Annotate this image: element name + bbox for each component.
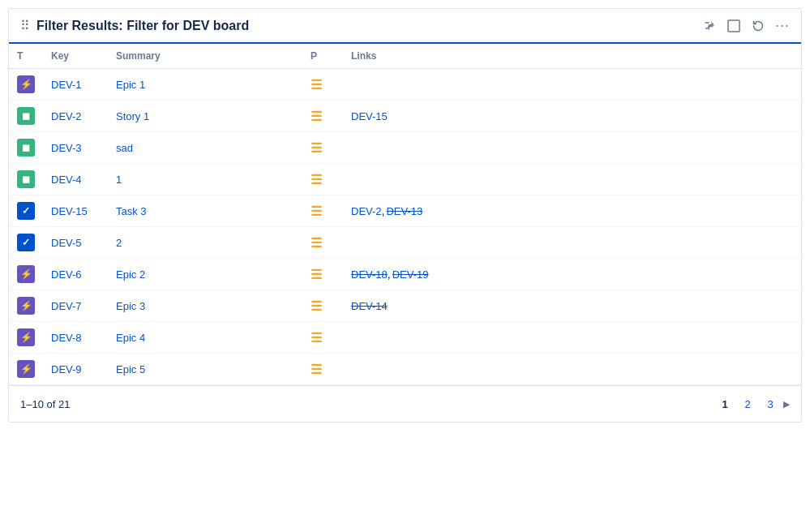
issue-key-link[interactable]: DEV-8 <box>51 332 82 344</box>
link-separator: , <box>388 268 391 281</box>
type-icon-story: ◼ <box>17 107 35 125</box>
page-number[interactable]: 1 <box>715 394 735 414</box>
link-item[interactable]: DEV-19 <box>392 268 429 281</box>
type-icon-epic: ⚡ <box>17 360 35 378</box>
panel-footer: 1–10 of 21 123▶ <box>9 385 801 422</box>
table-row: ◼DEV-41☰ <box>9 164 801 195</box>
next-page-icon[interactable]: ▶ <box>783 399 790 410</box>
priority-icon: ☰ <box>311 331 322 345</box>
priority-icon: ☰ <box>311 141 322 155</box>
link-item[interactable]: DEV-14 <box>351 300 388 312</box>
type-icon-story: ◼ <box>17 170 35 188</box>
link-item[interactable]: DEV-2 <box>351 205 382 217</box>
table-row: ◼DEV-2Story 1☰DEV-15 <box>9 101 801 132</box>
type-icon-task: ✓ <box>17 234 35 251</box>
priority-icon: ☰ <box>311 299 322 313</box>
priority-icon: ☰ <box>311 236 322 250</box>
issue-key-link[interactable]: DEV-5 <box>51 237 82 249</box>
issue-summary-link[interactable]: 2 <box>116 237 122 249</box>
issue-summary-link[interactable]: 1 <box>116 174 122 186</box>
issue-summary-link[interactable]: Epic 2 <box>116 268 145 281</box>
issue-summary-link[interactable]: Epic 5 <box>116 363 145 375</box>
table-row: ⚡DEV-7Epic 3☰DEV-14 <box>9 290 801 322</box>
issue-summary-link[interactable]: Task 3 <box>116 205 147 217</box>
link-item[interactable]: DEV-13 <box>386 205 422 217</box>
priority-icon: ☰ <box>311 204 322 218</box>
panel-title: Filter Results: Filter for DEV board <box>36 19 249 33</box>
col-header-type: T <box>9 44 43 69</box>
link-separator: , <box>382 204 385 217</box>
table-header-row: T Key Summary P Links <box>9 44 801 69</box>
table-row: ✓DEV-15Task 3☰DEV-2, DEV-13 <box>9 195 801 227</box>
issue-key-link[interactable]: DEV-1 <box>51 79 82 91</box>
table-row: ◼DEV-3sad☰ <box>9 132 801 164</box>
priority-icon: ☰ <box>311 173 322 187</box>
issue-summary-link[interactable]: Story 1 <box>116 110 149 122</box>
issue-summary-link[interactable]: Epic 1 <box>116 79 145 91</box>
table-row: ⚡DEV-6Epic 2☰DEV-18, DEV-19 <box>9 259 801 290</box>
more-options-icon[interactable]: ··· <box>775 17 790 34</box>
results-table: T Key Summary P Links ⚡DEV-1Epic 1☰◼DEV-… <box>9 44 801 385</box>
page-number[interactable]: 3 <box>761 394 780 414</box>
issue-key-link[interactable]: DEV-6 <box>51 268 82 281</box>
priority-icon: ☰ <box>311 78 322 92</box>
filter-results-panel: ⠿ Filter Results: Filter for DEV board <box>8 8 802 423</box>
issue-key-link[interactable]: DEV-9 <box>51 363 82 375</box>
priority-icon: ☰ <box>311 109 322 123</box>
header-left: ⠿ Filter Results: Filter for DEV board <box>20 18 249 33</box>
drag-handle-icon[interactable]: ⠿ <box>20 18 30 33</box>
issue-key-link[interactable]: DEV-3 <box>51 142 82 154</box>
expand-icon[interactable] <box>726 19 741 33</box>
type-icon-epic: ⚡ <box>17 75 35 93</box>
priority-icon: ☰ <box>311 363 322 376</box>
header-right: ··· <box>704 17 790 34</box>
table-row: ✓DEV-52☰ <box>9 227 801 259</box>
table-row: ⚡DEV-9Epic 5☰ <box>9 354 801 385</box>
col-header-priority: P <box>302 44 343 69</box>
priority-icon: ☰ <box>311 268 322 281</box>
page-number[interactable]: 2 <box>738 394 757 414</box>
issue-key-link[interactable]: DEV-7 <box>51 300 82 312</box>
link-item[interactable]: DEV-18 <box>351 268 388 281</box>
type-icon-story: ◼ <box>17 139 35 157</box>
pagination: 123▶ <box>715 394 790 414</box>
issue-summary-link[interactable]: Epic 4 <box>116 332 145 344</box>
type-icon-epic: ⚡ <box>17 265 35 283</box>
collapse-icon[interactable] <box>704 19 717 32</box>
col-header-links: Links <box>343 44 801 69</box>
table-row: ⚡DEV-1Epic 1☰ <box>9 69 801 101</box>
type-icon-epic: ⚡ <box>17 297 35 315</box>
col-header-summary: Summary <box>108 44 302 69</box>
issue-key-link[interactable]: DEV-2 <box>51 110 82 122</box>
panel-header: ⠿ Filter Results: Filter for DEV board <box>9 9 801 44</box>
issue-key-link[interactable]: DEV-15 <box>51 205 88 217</box>
issue-summary-link[interactable]: sad <box>116 142 133 154</box>
issue-summary-link[interactable]: Epic 3 <box>116 300 145 312</box>
refresh-icon[interactable] <box>751 19 765 33</box>
svg-rect-0 <box>728 20 739 32</box>
result-count: 1–10 of 21 <box>20 398 70 410</box>
type-icon-epic: ⚡ <box>17 328 35 346</box>
link-item[interactable]: DEV-15 <box>351 110 388 122</box>
type-icon-task: ✓ <box>17 202 35 220</box>
issue-key-link[interactable]: DEV-4 <box>51 174 82 186</box>
col-header-key: Key <box>43 44 108 69</box>
table-row: ⚡DEV-8Epic 4☰ <box>9 322 801 354</box>
